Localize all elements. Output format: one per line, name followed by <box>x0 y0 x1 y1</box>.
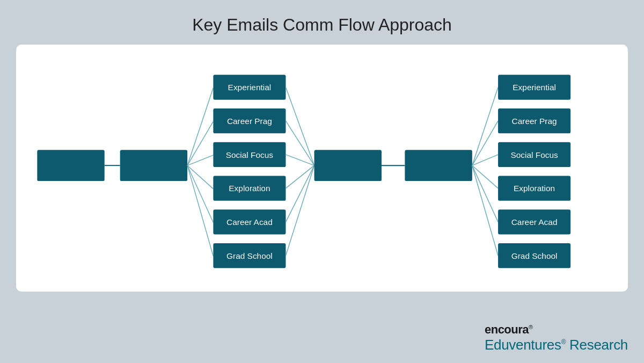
center-box <box>314 150 382 181</box>
svg-line-21 <box>286 155 314 165</box>
svg-line-5 <box>187 165 213 222</box>
svg-line-1 <box>187 88 213 165</box>
svg-text:Career Prag: Career Prag <box>227 117 272 126</box>
right-box-1 <box>405 150 472 181</box>
svg-text:Career Acad: Career Acad <box>226 217 273 227</box>
svg-text:Social Focus: Social Focus <box>226 150 274 159</box>
svg-line-29 <box>472 165 498 188</box>
svg-line-26 <box>472 87 498 165</box>
svg-line-20 <box>286 121 314 165</box>
svg-line-2 <box>187 121 213 165</box>
svg-line-24 <box>286 165 314 256</box>
svg-text:Experiential: Experiential <box>228 83 272 92</box>
svg-line-31 <box>472 165 498 256</box>
page-title: Key Emails Comm Flow Approach <box>0 0 644 45</box>
svg-line-28 <box>472 155 498 165</box>
svg-line-30 <box>472 165 498 222</box>
svg-line-23 <box>286 165 314 222</box>
svg-line-22 <box>286 165 314 188</box>
svg-text:Social Focus: Social Focus <box>510 150 558 159</box>
svg-line-27 <box>472 121 498 165</box>
flow-diagram: Experiential Career Prag Social Focus Ex… <box>27 61 617 275</box>
svg-line-3 <box>187 155 213 165</box>
left-box-1 <box>37 150 104 181</box>
brand-box: encoura® Eduventures® Research <box>485 323 628 353</box>
svg-text:Grad School: Grad School <box>511 251 558 260</box>
brand-sub: Eduventures® Research <box>485 337 628 353</box>
brand-name: encoura® <box>485 323 628 337</box>
diagram-container: Experiential Career Prag Social Focus Ex… <box>16 45 628 292</box>
svg-text:Career Acad: Career Acad <box>511 217 558 227</box>
svg-text:Grad School: Grad School <box>226 251 273 260</box>
svg-text:Exploration: Exploration <box>514 184 555 193</box>
svg-line-4 <box>187 165 213 188</box>
svg-line-6 <box>187 165 213 256</box>
svg-text:Exploration: Exploration <box>229 184 270 193</box>
svg-text:Career Prag: Career Prag <box>512 117 557 126</box>
svg-line-19 <box>286 87 314 165</box>
left-box-2 <box>120 150 187 181</box>
svg-text:Experiential: Experiential <box>513 83 556 92</box>
